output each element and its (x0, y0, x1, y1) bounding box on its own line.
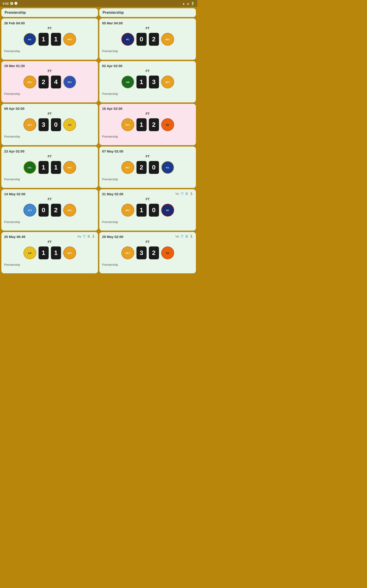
vs-label-10: Vs (77, 235, 81, 238)
away-score-4: 0 (51, 118, 61, 131)
match-icons-9: Vs 👕 ☰ 🏃 (175, 192, 193, 195)
home-logo-9: MFC (121, 204, 134, 216)
match-date-8: 14 May 02:00 (4, 192, 25, 196)
scores-row-8: STJ 0 2 MFC (23, 204, 76, 216)
home-logo-8: STJ (23, 204, 36, 216)
home-logo-5: MFC (121, 118, 134, 131)
match-date-2: 19 Mar 01:30 (4, 64, 25, 68)
away-score-10: 1 (51, 246, 61, 259)
scores-row-10: LIV 1 1 MFC (23, 246, 76, 259)
status-time: 6:52 (3, 2, 9, 5)
ft-label-4: FT (48, 112, 52, 115)
match-date-7: 07 May 02:00 (102, 149, 123, 153)
home-logo-0: KIL (23, 33, 36, 46)
ft-label-9: FT (146, 197, 150, 201)
scores-section-4: FT MFC 3 0 LIV (4, 112, 95, 133)
match-competition-3: Premiership (102, 92, 193, 95)
away-logo-11: DU (161, 246, 174, 259)
list-icon-10: ☰ (87, 235, 90, 238)
match-card-7[interactable]: PREMIERSHIP 07 May 02:00 FT MFC 2 0 KIL (99, 147, 196, 188)
list-icon-9: ☰ (185, 192, 188, 195)
shirt-icon-9: 👕 (180, 192, 184, 195)
scores-row-11: MFC 3 2 DU (121, 246, 174, 259)
home-logo-3: HIB (121, 76, 134, 88)
svg-text:MFC: MFC (125, 166, 130, 169)
scores-section-5: FT MFC 1 2 DU (102, 112, 193, 133)
top-card-left[interactable]: Premiership (1, 8, 98, 17)
svg-text:MFC: MFC (27, 81, 32, 83)
home-score-4: 3 (39, 118, 49, 131)
ft-label-0: FT (48, 26, 52, 30)
match-card-0[interactable]: PREMIERSHIP 26 Feb 04:00 FT KIL 1 1 MFC (1, 18, 98, 60)
svg-text:MFC: MFC (125, 124, 130, 126)
home-score-7: 2 (136, 161, 147, 174)
svg-text:DU: DU (166, 252, 169, 254)
scores-row-7: MFC 2 0 KIL (121, 161, 174, 174)
list-icon-11: ☰ (185, 235, 188, 238)
svg-text:LIV: LIV (28, 252, 31, 254)
away-logo-1: MFC (161, 33, 174, 46)
match-date-3: 02 Apr 02:00 (102, 64, 123, 68)
match-card-5[interactable]: PREMIERSHIP 16 Apr 02:00 FT MFC 1 2 DU (99, 104, 196, 145)
ft-label-11: FT (146, 240, 150, 244)
scores-row-6: CEL 1 1 MFC (23, 161, 76, 174)
svg-text:KIL: KIL (28, 38, 31, 41)
vs-label-11: Vs (175, 235, 179, 238)
match-card-2[interactable]: PREMIERSHIP 19 Mar 01:30 FT MFC 2 4 RFC (1, 61, 98, 103)
match-card-1[interactable]: PREMIERSHIP 05 Mar 04:00 FT RC 0 2 MFC (99, 18, 196, 60)
match-card-6[interactable]: PREMIERSHIP 23 Apr 02:00 FT CEL 1 1 MFC (1, 147, 98, 188)
photo-icon: 🖼 (10, 2, 13, 5)
match-card-10[interactable]: PREMIERSHIP 25 May 06:45 Vs 👕 ☰ 🏃 FT LIV… (1, 232, 98, 273)
shirt-icon-10: 👕 (82, 235, 86, 238)
shirt-icon-11: 👕 (180, 235, 184, 238)
match-card-8[interactable]: PREMIERSHIP 14 May 02:00 FT STJ 0 2 MFC (1, 189, 98, 231)
away-score-2: 4 (51, 76, 61, 88)
scores-section-1: FT RC 0 2 MFC (102, 26, 193, 48)
battery-icon: 🔋 (191, 2, 194, 5)
away-logo-10: MFC (63, 246, 76, 259)
home-score-5: 1 (136, 118, 147, 131)
top-card-left-label: Premiership (5, 10, 26, 15)
home-score-3: 1 (136, 76, 147, 88)
svg-text:RC: RC (126, 38, 129, 41)
match-card-3[interactable]: PREMIERSHIP 02 Apr 02:00 FT HIB 1 3 MFC (99, 61, 196, 103)
status-bar: 6:52 🖼 🅐 ▲ ▲ 🔋 (0, 0, 197, 7)
match-card-9[interactable]: PREMIERSHIP 21 May 02:00 Vs 👕 ☰ 🏃 FT MFC… (99, 189, 196, 231)
away-logo-9: RC (161, 204, 174, 216)
away-logo-5: DU (161, 118, 174, 131)
scores-row-5: MFC 1 2 DU (121, 118, 174, 131)
home-logo-4: MFC (23, 118, 36, 131)
away-logo-6: MFC (63, 161, 76, 174)
scores-section-10: FT LIV 1 1 MFC (4, 240, 95, 261)
match-competition-8: Premiership (4, 220, 95, 224)
status-left: 6:52 🖼 🅐 (3, 2, 17, 5)
away-score-5: 2 (149, 118, 159, 131)
svg-text:MFC: MFC (165, 81, 170, 83)
match-date-5: 16 Apr 02:00 (102, 107, 123, 111)
match-competition-10: Premiership (4, 263, 95, 267)
ft-label-1: FT (146, 26, 150, 30)
away-score-8: 2 (51, 204, 61, 216)
scores-section-11: FT MFC 3 2 DU (102, 240, 193, 261)
scores-section-7: FT MFC 2 0 KIL (102, 155, 193, 176)
match-date-1: 05 Mar 04:00 (102, 21, 123, 25)
scores-section-0: FT KIL 1 1 MFC (4, 26, 95, 48)
match-competition-6: Premiership (4, 178, 95, 181)
away-logo-8: MFC (63, 204, 76, 216)
ft-label-6: FT (48, 155, 52, 158)
match-card-11[interactable]: PREMIERSHIP 29 May 02:00 Vs 👕 ☰ 🏃 FT MFC… (99, 232, 196, 273)
home-score-9: 1 (136, 204, 147, 216)
scores-section-3: FT HIB 1 3 MFC (102, 69, 193, 90)
scores-row-3: HIB 1 3 MFC (121, 76, 174, 88)
home-score-0: 1 (39, 33, 49, 46)
status-right: ▲ ▲ 🔋 (182, 2, 194, 5)
svg-text:KIL: KIL (166, 166, 169, 169)
svg-text:MFC: MFC (67, 209, 72, 212)
away-logo-2: RFC (63, 76, 76, 88)
match-icons-10: Vs 👕 ☰ 🏃 (77, 235, 95, 238)
top-card-right[interactable]: Premiership (99, 8, 196, 17)
match-card-4[interactable]: PREMIERSHIP 09 Apr 02:00 FT MFC 3 0 LIV (1, 104, 98, 145)
ft-label-5: FT (146, 112, 150, 115)
match-date-11: 29 May 02:00 (102, 235, 123, 239)
home-score-1: 0 (136, 33, 147, 46)
